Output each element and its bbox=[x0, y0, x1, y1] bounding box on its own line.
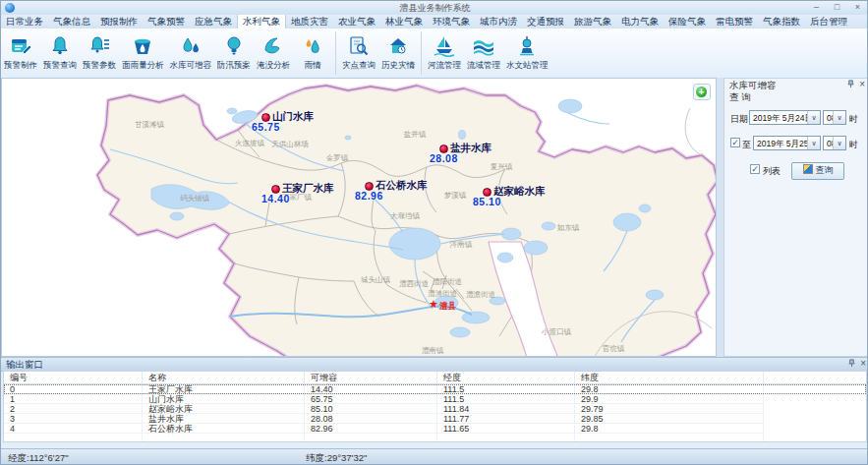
table-cell: 盐井水库 bbox=[143, 414, 305, 424]
county-map[interactable]: 甘溪滩镇火连坡镇天供山林场金罗镇盐井镇复兴镇码头铺镇王家厂镇大堰垱镇梦溪镇涔南镇… bbox=[1, 78, 717, 357]
warning-params-icon bbox=[87, 34, 111, 58]
town-label-天供山林场: 天供山林场 bbox=[271, 140, 309, 149]
table-cell: 111.5 bbox=[437, 384, 575, 394]
town-label-澧西街道: 澧西街道 bbox=[399, 279, 429, 289]
tab-地质灾害[interactable]: 地质灾害 bbox=[286, 15, 333, 29]
toolbar-button-流域管理[interactable]: 流域管理 bbox=[464, 29, 503, 78]
tab-保险气象[interactable]: 保险气象 bbox=[664, 15, 711, 29]
table-cell: 石公桥水库 bbox=[143, 424, 305, 434]
list-checkbox[interactable]: ✓ bbox=[750, 164, 760, 174]
table-cell: 赵家峪水库 bbox=[143, 404, 305, 414]
column-header-编号[interactable]: 编号 bbox=[4, 372, 143, 383]
table-cell: 29.9 bbox=[575, 394, 764, 404]
tab-日常业务[interactable]: 日常业务 bbox=[1, 15, 48, 29]
tab-水利气象[interactable]: 水利气象 bbox=[237, 15, 286, 29]
tab-电力气象[interactable]: 电力气象 bbox=[616, 15, 664, 29]
tab-雷电预警[interactable]: 雷电预警 bbox=[711, 15, 758, 29]
town-label-甘溪滩镇: 甘溪滩镇 bbox=[135, 120, 164, 130]
table-row[interactable]: 3盐井水库28.08111.7729.85 bbox=[4, 414, 866, 424]
toolbar-button-水库可增容[interactable]: 水库可增容 bbox=[167, 29, 215, 78]
chevron-down-icon: ∨ bbox=[833, 137, 845, 149]
table-row[interactable]: 4石公桥水库82.96111.6529.8 bbox=[4, 424, 866, 434]
reservoir-capacity-panel: 水库可增容 × 查 询 日期 2019年 5月24日 ∨ 08 ∨ 时 bbox=[723, 78, 868, 357]
table-cell: 28.08 bbox=[305, 414, 437, 424]
toolbar-button-预警参数[interactable]: 预警参数 bbox=[80, 29, 119, 78]
reservoir-value-label: 85.10 bbox=[473, 196, 501, 207]
toolbar-button-淹没分析[interactable]: 淹没分析 bbox=[254, 29, 293, 78]
toolbar-button-历史灾情[interactable]: 历史灾情 bbox=[378, 29, 418, 78]
close-panel-icon[interactable]: × bbox=[860, 359, 866, 368]
toolbar-button-label: 预警参数 bbox=[83, 60, 116, 72]
toolbar-button-label: 灾点查询 bbox=[342, 60, 376, 72]
map-zoom-in-button[interactable]: + bbox=[693, 84, 711, 100]
toolbar-button-label: 防汛预案 bbox=[217, 60, 251, 72]
river-icon bbox=[433, 34, 456, 58]
town-label-官垸镇: 官垸镇 bbox=[603, 344, 625, 354]
table-cell: 111.84 bbox=[437, 404, 575, 414]
column-header-名称[interactable]: 名称 bbox=[143, 372, 305, 383]
toolbar-button-label: 预警查询 bbox=[43, 60, 77, 72]
column-header-纬度[interactable]: 纬度 bbox=[575, 372, 764, 383]
panel-subtitle: 查 询 bbox=[729, 91, 751, 104]
pin-icon[interactable] bbox=[846, 80, 855, 88]
minimize-button[interactable]: – bbox=[809, 1, 824, 14]
tab-农业气象[interactable]: 农业气象 bbox=[333, 15, 380, 29]
output-panel: 输出窗口 × 编号名称可增容经度纬度 0王家厂水库14.40111.529.81… bbox=[1, 357, 868, 448]
tab-交通预报[interactable]: 交通预报 bbox=[522, 15, 569, 29]
hour-suffix: 时 bbox=[849, 139, 858, 151]
to-checkbox[interactable]: ✓ bbox=[730, 138, 740, 147]
pin-icon[interactable] bbox=[847, 359, 856, 368]
tab-应急气象[interactable]: 应急气象 bbox=[190, 15, 237, 29]
town-label-火连坡镇: 火连坡镇 bbox=[235, 139, 264, 148]
table-cell bbox=[4, 434, 143, 442]
tab-旅游气象[interactable]: 旅游气象 bbox=[569, 15, 616, 29]
column-header-经度[interactable]: 经度 bbox=[437, 372, 575, 383]
toolbar-button-雨情[interactable]: 雨情 bbox=[293, 29, 332, 78]
tab-气象信息[interactable]: 气象信息 bbox=[48, 15, 95, 29]
reservoir-value-label: 14.40 bbox=[261, 193, 290, 204]
toolbar-button-灾点查询[interactable]: 灾点查询 bbox=[339, 29, 378, 78]
toolbar-button-水文站管理[interactable]: 水文站管理 bbox=[503, 29, 551, 78]
table-row[interactable]: 2赵家峪水库85.10111.8429.79 bbox=[4, 404, 866, 414]
close-button[interactable]: × bbox=[850, 1, 865, 14]
column-header-可增容[interactable]: 可增容 bbox=[305, 372, 437, 383]
toolbar-button-label: 历史灾情 bbox=[381, 60, 415, 72]
table-row[interactable]: 0王家厂水库14.40111.529.8 bbox=[4, 384, 866, 394]
maximize-button[interactable]: □ bbox=[830, 1, 844, 14]
tab-林业气象[interactable]: 林业气象 bbox=[380, 15, 428, 29]
output-header: 输出窗口 × bbox=[1, 358, 868, 372]
basin-icon bbox=[472, 34, 495, 58]
toolbar-button-预警查询[interactable]: 预警查询 bbox=[40, 29, 80, 78]
county-seat-label: 澧县 bbox=[439, 301, 456, 313]
tab-预报制作[interactable]: 预报制作 bbox=[95, 15, 143, 29]
toolbar-button-label: 水库可增容 bbox=[170, 60, 212, 72]
tab-气象指数[interactable]: 气象指数 bbox=[758, 15, 805, 29]
town-label-盐井镇: 盐井镇 bbox=[404, 130, 427, 140]
table-cell: 王家厂水库 bbox=[143, 384, 305, 394]
table-cell: 2 bbox=[4, 404, 143, 414]
tab-气象预警[interactable]: 气象预警 bbox=[143, 15, 190, 29]
date-to-select[interactable]: 2019年 5月25日 ∨ bbox=[753, 136, 821, 150]
toolbar-button-防汛预案[interactable]: 防汛预案 bbox=[214, 29, 254, 78]
latitude-readout: 纬度:29°37'32" bbox=[306, 452, 367, 465]
tab-城市内涝[interactable]: 城市内涝 bbox=[475, 15, 522, 29]
reservoir-value-label: 65.75 bbox=[252, 121, 280, 133]
close-panel-icon[interactable]: × bbox=[859, 80, 865, 88]
toolbar-button-预警制作[interactable]: 预警制作 bbox=[1, 29, 40, 78]
tab-环境气象[interactable]: 环境气象 bbox=[428, 15, 475, 29]
table-row[interactable]: 1山门水库65.75111.529.9 bbox=[4, 394, 866, 404]
date-from-select[interactable]: 2019年 5月24日 ∨ bbox=[749, 110, 821, 125]
tab-后台管理[interactable]: 后台管理 bbox=[805, 15, 852, 29]
table-cell: 4 bbox=[4, 424, 143, 434]
query-button[interactable]: 查询 bbox=[791, 162, 844, 180]
toolbar-button-河流管理[interactable]: 河流管理 bbox=[425, 29, 464, 78]
toolbar-button-面雨量分析[interactable]: 面雨量分析 bbox=[119, 29, 167, 78]
table-cell: 85.10 bbox=[305, 404, 437, 414]
rainfall-icon bbox=[301, 34, 324, 58]
panel-splitter[interactable] bbox=[717, 78, 723, 357]
table-cell: 29.8 bbox=[575, 424, 764, 434]
hour-from-select[interactable]: 08 ∨ bbox=[823, 110, 846, 125]
hour-to-select[interactable]: 08 ∨ bbox=[823, 136, 846, 150]
table-cell: 65.75 bbox=[305, 394, 437, 404]
warning-edit-icon bbox=[9, 34, 32, 58]
